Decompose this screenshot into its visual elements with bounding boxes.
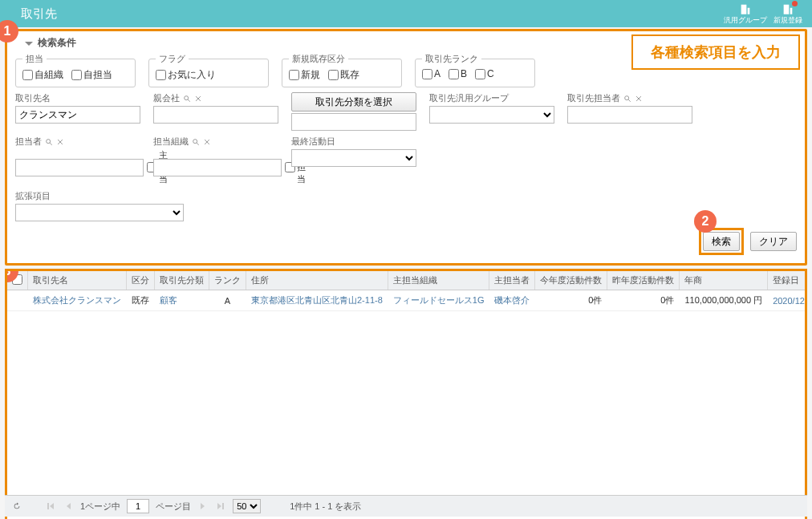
- col-rank[interactable]: ランク: [209, 271, 246, 290]
- rank-a-check[interactable]: A: [422, 68, 441, 79]
- per-page-select[interactable]: 50: [233, 499, 261, 513]
- annotation-text: 各種検索項目を入力: [631, 34, 800, 70]
- col-addr[interactable]: 住所: [246, 271, 388, 290]
- table-row[interactable]: 株式会社クランスマン 既存 顧客 A 東京都港区北青山区北青山2-11-8 フィ…: [7, 290, 807, 311]
- last-act-select[interactable]: [291, 149, 416, 167]
- rank-c-check[interactable]: C: [475, 68, 494, 79]
- topbar-actions: 汎用グループ 新規登録: [724, 2, 802, 26]
- clear-icon[interactable]: [635, 95, 643, 103]
- cell-main-org[interactable]: フィールドセールス1G: [388, 290, 489, 311]
- page-prefix: 1ページ中: [80, 501, 120, 513]
- svg-line-5: [628, 99, 631, 102]
- rank-legend: 取引先ランク: [422, 53, 481, 65]
- cell-main-person[interactable]: 磯本啓介: [489, 290, 535, 311]
- search-icon[interactable]: [45, 138, 53, 146]
- flag-fieldset: フラグ お気に入り: [148, 53, 269, 87]
- svg-point-4: [625, 95, 629, 99]
- col-reg[interactable]: 登録日: [768, 271, 807, 290]
- svg-point-12: [193, 139, 197, 143]
- results-table: 取引先名 区分 取引先分類 ランク 住所 主担当組織 主担当者 今年度活動件数 …: [7, 271, 807, 311]
- tantou-fieldset: 担当 自組織 自担当: [15, 53, 136, 87]
- parent-input[interactable]: [153, 106, 278, 124]
- parent-label: 親会社: [153, 92, 278, 104]
- search-icon[interactable]: [183, 95, 191, 103]
- org-input[interactable]: [153, 159, 282, 176]
- own-org-check[interactable]: 自組織: [22, 68, 63, 82]
- acc-owner-input[interactable]: [567, 106, 692, 124]
- panel-title-label: 検索条件: [38, 36, 76, 50]
- clear-icon[interactable]: [203, 138, 211, 146]
- rank-fieldset: 取引先ランク A B C: [415, 53, 535, 87]
- own-org-checkbox[interactable]: [22, 70, 33, 80]
- tantou-legend: 担当: [22, 53, 47, 65]
- first-page-icon[interactable]: [45, 501, 56, 512]
- col-name[interactable]: 取引先名: [28, 271, 127, 290]
- col-act-this[interactable]: 今年度活動件数: [535, 271, 607, 290]
- annotation-badge-2: 2: [694, 210, 717, 233]
- svg-line-13: [197, 143, 199, 145]
- pager-summary: 1件中 1 - 1 を表示: [290, 501, 361, 513]
- table-header-row: 取引先名 区分 取引先分類 ランク 住所 主担当組織 主担当者 今年度活動件数 …: [7, 271, 807, 290]
- page-input[interactable]: [127, 499, 149, 513]
- last-page-icon[interactable]: [215, 501, 226, 512]
- own-self-check[interactable]: 自担当: [71, 68, 112, 82]
- cell-reg: 2020/12/11: [768, 290, 807, 311]
- refresh-icon[interactable]: [11, 501, 22, 512]
- topbar: 取引先 汎用グループ 新規登録: [0, 0, 812, 27]
- col-kubun[interactable]: 区分: [127, 271, 155, 290]
- group-button[interactable]: 汎用グループ: [724, 2, 767, 26]
- exist-checkbox[interactable]: [328, 70, 339, 80]
- next-page-icon[interactable]: [197, 501, 209, 512]
- rank-c-checkbox[interactable]: [475, 69, 485, 79]
- new-checkbox[interactable]: [289, 70, 299, 80]
- clear-icon[interactable]: [194, 95, 202, 103]
- search-icon[interactable]: [623, 95, 631, 103]
- newexist-fieldset: 新規既存区分 新規 既存: [282, 53, 402, 87]
- classify-button[interactable]: 取引先分類を選択: [291, 92, 416, 112]
- favorite-check[interactable]: お気に入り: [156, 68, 216, 82]
- rank-b-checkbox[interactable]: [449, 69, 459, 79]
- page-suffix: ページ目: [156, 501, 191, 513]
- cell-revenue: 110,000,000,000 円: [680, 290, 768, 311]
- person-input[interactable]: [15, 159, 144, 176]
- col-main-person[interactable]: 主担当者: [489, 271, 535, 290]
- prev-page-icon[interactable]: [63, 501, 74, 512]
- acc-owner-label: 取引先担当者: [567, 92, 692, 104]
- col-act-last[interactable]: 昨年度活動件数: [607, 271, 680, 290]
- cell-addr[interactable]: 東京都港区北青山区北青山2-11-8: [246, 290, 388, 311]
- rank-a-checkbox[interactable]: [422, 69, 432, 79]
- cell-act-this: 0件: [535, 290, 607, 311]
- group-button-label: 汎用グループ: [724, 15, 767, 26]
- col-main-org[interactable]: 主担当組織: [388, 271, 489, 290]
- new-button-label: 新規登録: [773, 15, 802, 26]
- new-button[interactable]: 新規登録: [773, 2, 802, 26]
- favorite-checkbox[interactable]: [156, 70, 166, 80]
- rank-b-check[interactable]: B: [449, 68, 467, 79]
- clear-button[interactable]: クリア: [750, 232, 797, 251]
- svg-point-8: [47, 139, 51, 143]
- search-button[interactable]: 検索: [703, 232, 740, 251]
- cell-name[interactable]: 株式会社クランスマン: [28, 290, 127, 311]
- annotation-badge-1: 1: [0, 20, 18, 43]
- col-class[interactable]: 取引先分類: [155, 271, 209, 290]
- last-act-label: 最終活動日: [291, 136, 416, 148]
- acc-name-label: 取引先名: [15, 92, 140, 104]
- search-icon[interactable]: [192, 138, 200, 146]
- new-check[interactable]: 新規: [289, 68, 320, 82]
- acc-name-input[interactable]: [15, 106, 140, 124]
- exist-check[interactable]: 既存: [328, 68, 359, 82]
- classify-input[interactable]: [291, 113, 416, 131]
- group-select[interactable]: [429, 106, 554, 124]
- svg-point-0: [185, 95, 189, 99]
- ext-select[interactable]: [15, 204, 184, 221]
- svg-line-1: [188, 99, 190, 102]
- cell-kubun: 既存: [127, 290, 155, 311]
- col-revenue[interactable]: 年商: [680, 271, 768, 290]
- cell-class[interactable]: 顧客: [155, 290, 209, 311]
- own-self-checkbox[interactable]: [71, 70, 82, 80]
- clear-icon[interactable]: [56, 138, 64, 146]
- page-title: 取引先: [21, 6, 57, 22]
- search-panel: 1 各種検索項目を入力 検索条件 担当 自組織 自担当 フラグ お気に入り: [5, 29, 807, 266]
- building-icon: [739, 2, 752, 15]
- person-label: 担当者: [15, 136, 140, 148]
